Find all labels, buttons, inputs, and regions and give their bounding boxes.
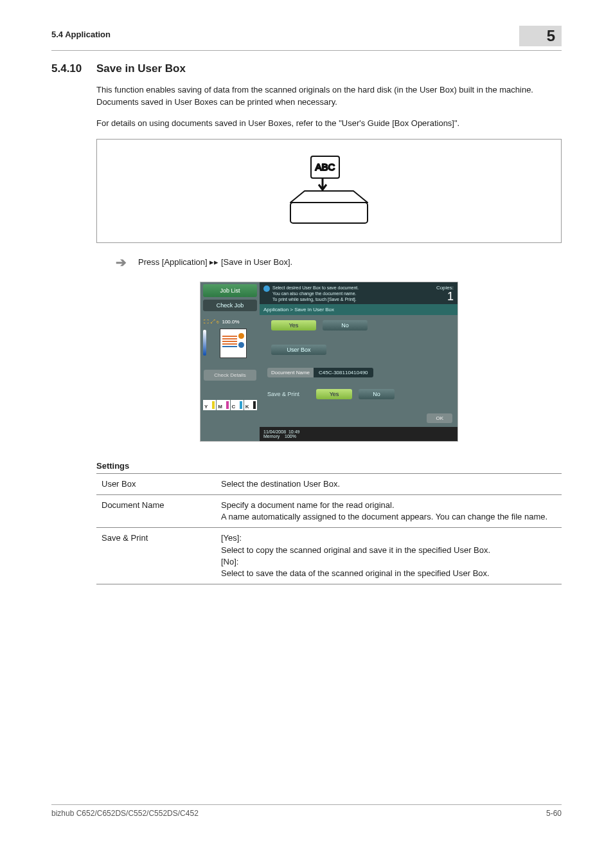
check-job-button[interactable]: Check Job	[203, 300, 257, 311]
job-list-button[interactable]: Job List	[203, 284, 257, 297]
section-title: Save in User Box	[96, 62, 186, 75]
save-print-no-button[interactable]: No	[359, 389, 395, 399]
save-and-print-label: Save & Print	[267, 391, 310, 397]
status-bar: 11/04/2008 10:49 Memory 100%	[260, 427, 458, 441]
running-head-left: 5.4 Application	[51, 26, 111, 39]
scanner-illustration: ABC	[96, 139, 562, 243]
settings-heading: Settings	[96, 461, 562, 471]
intro-paragraph-2: For details on using documents saved in …	[96, 118, 562, 130]
document-name-button[interactable]: Document Name	[267, 368, 314, 377]
footer-model: bizhub C652/C652DS/C552/C552DS/C452	[51, 809, 199, 818]
info-icon	[263, 285, 270, 292]
touch-panel-screenshot: Job List Check Job ⛶ ⤢ ↻ 100.0% Check De…	[200, 282, 458, 442]
toner-levels: Y M C K	[203, 400, 257, 410]
document-name-value: C45C-308110410490	[314, 368, 373, 377]
save-in-box-yes-button[interactable]: Yes	[271, 320, 316, 330]
table-row: Save & Print [Yes]:Select to copy the sc…	[96, 528, 562, 584]
breadcrumb: Application > Save in User Box	[260, 304, 458, 315]
footer-page: 5-60	[546, 809, 562, 818]
step-arrow-icon: ➔	[116, 255, 127, 270]
intro-paragraph-1: This function enables saving of data fro…	[96, 84, 562, 109]
setting-value: [Yes]:Select to copy the scanned origina…	[216, 528, 562, 584]
save-print-yes-button[interactable]: Yes	[316, 389, 352, 399]
user-box-button[interactable]: User Box	[271, 345, 326, 355]
setting-key: Save & Print	[96, 528, 216, 584]
document-label: ABC	[315, 161, 335, 172]
guidance-message: Select desired User Box to save document…	[272, 285, 431, 303]
copies-value: 1	[436, 291, 454, 302]
save-in-box-no-button[interactable]: No	[323, 320, 368, 330]
setting-value: Specify a document name for the read ori…	[216, 495, 562, 528]
zoom-value: 100.0%	[222, 319, 239, 325]
original-preview-icon	[220, 329, 247, 358]
check-details-button[interactable]: Check Details	[204, 370, 256, 381]
table-row: Document Name Specify a document name fo…	[96, 495, 562, 528]
preview-tools-icons: ⛶ ⤢ ↻	[204, 319, 219, 325]
ok-button[interactable]: OK	[427, 413, 452, 423]
section-number: 5.4.10	[51, 62, 96, 75]
table-row: User Box Select the destination User Box…	[96, 473, 562, 494]
svg-rect-1	[290, 203, 368, 223]
settings-table: User Box Select the destination User Box…	[96, 473, 562, 584]
setting-value: Select the destination User Box.	[216, 473, 562, 494]
chapter-number-badge: 5	[519, 26, 562, 46]
setting-key: User Box	[96, 473, 216, 494]
setting-key: Document Name	[96, 495, 216, 528]
scanner-icon: ABC	[278, 152, 380, 233]
step-instruction: Press [Application] ▸▸ [Save in User Box…	[138, 257, 292, 267]
